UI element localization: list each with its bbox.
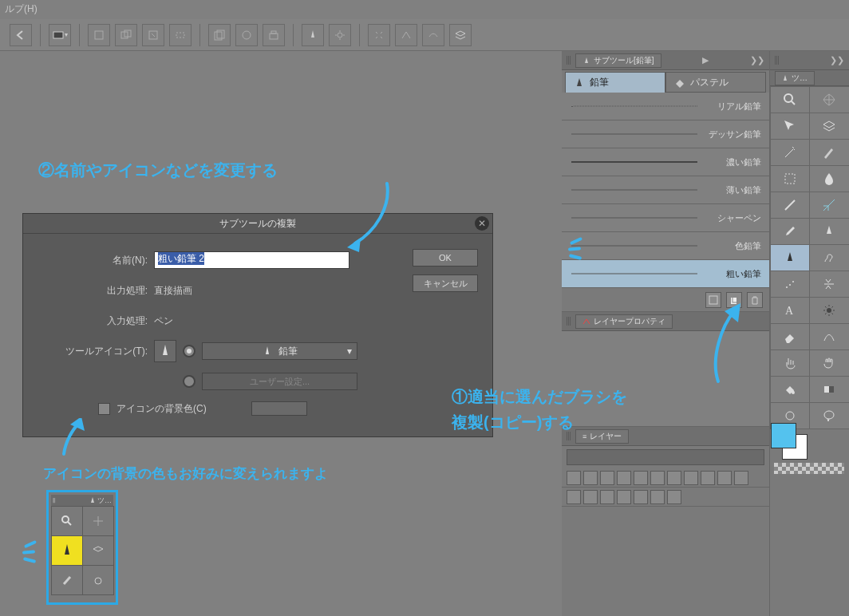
user-setting-button[interactable]: ユーザー設定... [202,373,357,390]
tb-brush[interactable] [302,24,324,46]
tool-text[interactable]: A [770,297,811,324]
layers-tab[interactable]: ≡ レイヤー [575,429,629,444]
subtool-menu-icon[interactable] [705,292,721,308]
tb-2[interactable] [115,24,137,46]
ok-button[interactable]: OK [413,249,478,267]
expand-arrow2-icon[interactable]: ❯❯ [750,55,764,65]
layer-3-icon[interactable] [734,471,748,485]
tool-finger[interactable] [770,349,811,377]
layer-folder-icon[interactable] [583,471,598,485]
tool-airbrush[interactable] [770,270,811,298]
subtool-tab-pencil[interactable]: 鉛筆 [565,72,665,93]
subtool-panel-tab[interactable]: サブツール[鉛筆] [575,53,661,68]
iconbg-color-button[interactable] [251,401,307,416]
tool-move[interactable] [809,86,849,113]
subtool-tab-pastel[interactable]: パステル [665,72,766,93]
view-button[interactable]: ▾ [49,24,71,46]
expand-arrow-icon[interactable]: ▶ [702,55,709,65]
l2-5[interactable] [634,490,648,504]
tool-balloon[interactable] [809,402,849,429]
layer-clip-icon[interactable] [634,471,648,485]
tool-marquee[interactable] [770,165,811,192]
tb-5[interactable] [208,24,231,46]
brush-item-selected[interactable]: 粗い鉛筆 [562,260,769,288]
blend-mode-select[interactable] [567,449,764,465]
tool-brush[interactable] [809,244,849,271]
tb-layers[interactable] [449,24,472,46]
tool-eraser[interactable] [770,323,811,350]
layer-dup-icon[interactable] [600,471,614,485]
svg-point-15 [784,94,792,102]
tool-wand[interactable] [770,139,811,166]
cancel-button[interactable]: キャンセル [413,274,478,292]
tool-layer[interactable] [809,113,849,140]
tool-eyedrop[interactable] [770,218,811,245]
layer-ref-icon[interactable] [701,471,715,485]
iconbg-checkbox[interactable] [98,403,110,415]
brush-item[interactable]: リアル鉛筆 [562,93,769,120]
l2-2[interactable] [583,490,598,504]
layerprop-tab[interactable]: レイヤープロパティ [575,314,673,329]
duplicate-subtool-icon[interactable] [726,292,742,308]
tool-selectpen[interactable] [809,139,849,166]
tb-fx2[interactable] [422,24,444,46]
tool-deco[interactable] [809,270,849,298]
tool-ruler[interactable] [809,192,849,219]
undo-button[interactable] [10,24,32,46]
menu-help[interactable]: ルプ(H) [5,3,38,14]
layer-2-icon[interactable] [717,471,732,485]
layer-mask-icon[interactable] [617,471,631,485]
layer-fx-icon[interactable] [684,471,698,485]
brush-item[interactable]: シャーペン [562,204,769,232]
tool-gradient[interactable] [809,376,849,403]
tool-drop[interactable] [809,165,849,192]
l2-6[interactable] [650,490,665,504]
transparent-swatch[interactable] [774,463,844,474]
l2-7[interactable] [667,490,681,504]
tool-pencil-selected[interactable] [770,244,811,271]
tool-curve[interactable] [809,323,849,350]
user-radio[interactable] [183,375,195,388]
tool-zoom[interactable] [770,86,811,113]
toolicon-dropdown[interactable]: 鉛筆 ▾ [202,342,357,360]
brush-item[interactable]: 濃い鉛筆 [562,148,769,176]
tool-hand[interactable] [809,349,849,377]
svg-text:A: A [785,305,794,317]
tool-sun[interactable] [809,297,849,324]
tb-4[interactable] [169,24,192,46]
brush-item[interactable]: 薄い鉛筆 [562,176,769,204]
layers-body[interactable] [562,507,769,616]
icon-preview[interactable] [154,340,176,362]
svg-rect-0 [53,32,63,38]
layers-toolbar [562,468,769,488]
tool-object[interactable] [770,113,811,140]
tb-6[interactable] [235,24,258,46]
tb-3[interactable] [142,24,164,46]
tb-sparkle[interactable] [368,24,390,46]
fg-color-swatch[interactable] [771,423,796,448]
dialog-title-text: サブツールの複製 [219,217,296,231]
toolicon-radio[interactable] [183,345,195,357]
tool-line[interactable] [770,192,811,219]
layer-merge-icon[interactable] [650,471,665,485]
name-input[interactable]: 粗い鉛筆 2 [154,251,349,269]
l2-1[interactable] [567,490,581,504]
tb-gear[interactable] [329,24,351,46]
tools-tab[interactable]: ツ… [775,71,815,85]
tb-1[interactable] [88,24,110,46]
delete-subtool-icon[interactable] [747,292,763,308]
layer-new-icon[interactable] [567,471,581,485]
svg-point-19 [792,281,794,282]
dialog-close-button[interactable]: ✕ [475,216,489,231]
l2-3[interactable] [600,490,614,504]
tool-pen[interactable] [809,218,849,245]
tool-bucket[interactable] [770,376,811,403]
tb-7[interactable] [263,24,285,46]
l2-4[interactable] [617,490,631,504]
layer-del-icon[interactable] [667,471,681,485]
svg-rect-13 [731,298,736,304]
brush-item[interactable]: デッサン鉛筆 [562,120,769,148]
brush-item[interactable]: 色鉛筆 [562,232,769,260]
dialog-titlebar[interactable]: サブツールの複製 ✕ [23,214,492,234]
tb-fx1[interactable] [395,24,417,46]
